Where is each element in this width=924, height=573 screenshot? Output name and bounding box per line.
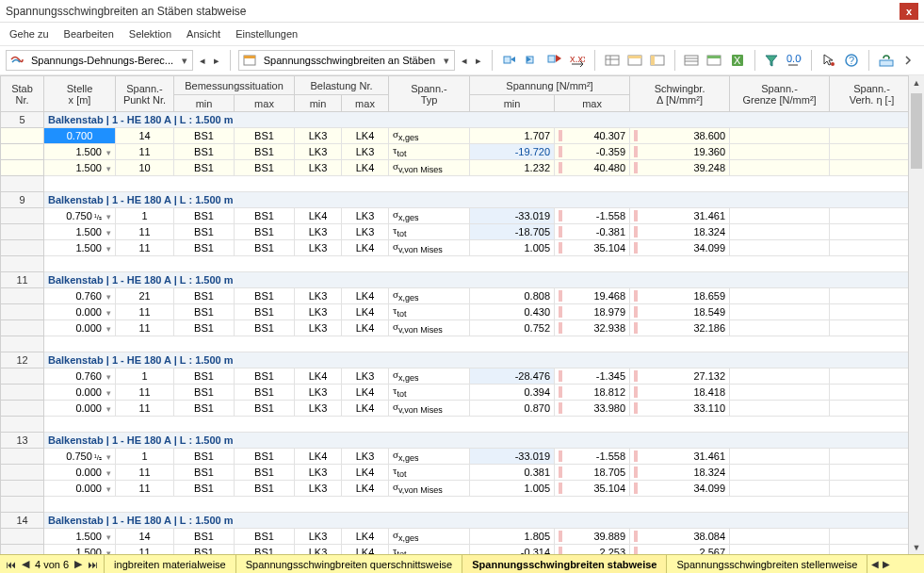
cell-stelle[interactable]: 0.000 ▾: [44, 465, 116, 481]
cell-typ[interactable]: σx,ges: [389, 368, 470, 385]
cell-lkmax[interactable]: LK3: [342, 224, 389, 240]
cell-gr[interactable]: [730, 144, 830, 160]
cell-spkt[interactable]: 11: [116, 385, 174, 401]
cell-gr[interactable]: [730, 545, 830, 555]
help-button[interactable]: ?: [842, 50, 861, 71]
cell-typ[interactable]: σx,ges: [389, 529, 470, 545]
cell-smax[interactable]: 39.889: [555, 529, 630, 545]
cell-smax[interactable]: 32.938: [555, 320, 630, 336]
cell-bsmax[interactable]: BS1: [235, 304, 295, 320]
col-bem[interactable]: Bemessungssituation: [174, 76, 295, 95]
table-row[interactable]: 0.000 ▾11BS1BS1LK3LK4σv,von Mises1.00535…: [1, 481, 909, 497]
tool-btn-7[interactable]: [648, 50, 667, 71]
cell-stelle[interactable]: 0.750 ¹/₂ ▾: [44, 208, 116, 224]
cell-vh[interactable]: [830, 465, 908, 481]
table-row[interactable]: 0.000 ▾11BS1BS1LK3LK4σv,von Mises0.75232…: [1, 320, 909, 336]
cell-spkt[interactable]: 11: [116, 224, 174, 240]
tool-btn-5[interactable]: [603, 50, 622, 71]
cell-bsmax[interactable]: BS1: [235, 529, 295, 545]
chevron-down-icon[interactable]: ▾: [177, 55, 192, 67]
table-row[interactable]: 1.500 ▾14BS1BS1LK3LK4σx,ges1.80539.88938…: [1, 529, 909, 545]
tool-btn-1[interactable]: [500, 50, 519, 71]
cell-smin[interactable]: -33.019: [470, 449, 555, 465]
cell-stelle[interactable]: 0.000 ▾: [44, 401, 116, 417]
tool-btn-4[interactable]: x.xx: [568, 50, 587, 71]
scroll-up-icon[interactable]: ▲: [909, 75, 924, 90]
cell-sw[interactable]: 18.549: [630, 304, 730, 320]
cell-sw[interactable]: 38.600: [630, 128, 730, 144]
cell-bsmin[interactable]: BS1: [174, 385, 235, 401]
table-row[interactable]: 0.760 ▾21BS1BS1LK3LK4σx,ges0.80819.46818…: [1, 288, 909, 304]
cell-smax[interactable]: 40.480: [555, 160, 630, 176]
cell-lkmax[interactable]: LK4: [342, 465, 389, 481]
table-row[interactable]: 0.000 ▾11BS1BS1LK3LK4σv,von Mises0.87033…: [1, 401, 909, 417]
tool-btn-6[interactable]: [625, 50, 644, 71]
cell-typ[interactable]: σv,von Mises: [389, 160, 470, 176]
cell-bsmin[interactable]: BS1: [174, 160, 235, 176]
cell-sw[interactable]: 34.099: [630, 481, 730, 497]
cell-gr[interactable]: [730, 224, 830, 240]
cell-bsmax[interactable]: BS1: [235, 144, 295, 160]
cell-lkmin[interactable]: LK4: [295, 449, 342, 465]
cell-lkmin[interactable]: LK3: [295, 481, 342, 497]
pager-prev-icon[interactable]: ◀: [22, 558, 29, 570]
decimals-button[interactable]: 0.00: [785, 50, 803, 71]
cell-gr[interactable]: [730, 465, 830, 481]
cell-vh[interactable]: [830, 368, 908, 385]
cell-typ[interactable]: σv,von Mises: [389, 320, 470, 336]
cell-spkt[interactable]: 11: [116, 401, 174, 417]
cell-smax[interactable]: 35.104: [555, 481, 630, 497]
pointer-button[interactable]: [819, 50, 838, 71]
cell-smax[interactable]: 18.979: [555, 304, 630, 320]
cell-typ[interactable]: σx,ges: [389, 208, 470, 224]
cell-bsmax[interactable]: BS1: [235, 385, 295, 401]
cell-vh[interactable]: [830, 449, 908, 465]
cell-stelle[interactable]: 0.760 ▾: [44, 368, 116, 385]
cell-spkt[interactable]: 1: [116, 449, 174, 465]
cell-gr[interactable]: [730, 368, 830, 385]
cell-smin[interactable]: 0.870: [470, 401, 555, 417]
cell-sw[interactable]: 2.567: [630, 545, 730, 555]
hscroll-left-icon[interactable]: ◀: [871, 559, 879, 569]
nav-prev-table[interactable]: ◂: [459, 50, 469, 71]
cell-smin[interactable]: -19.720: [470, 144, 555, 160]
cell-bsmin[interactable]: BS1: [174, 320, 235, 336]
cell-lkmin[interactable]: LK3: [295, 240, 342, 256]
module-selector[interactable]: Spannungs-Dehnungs-Berec... ▾: [6, 50, 193, 71]
cell-sw[interactable]: 39.248: [630, 160, 730, 176]
col-lmin[interactable]: min: [295, 95, 342, 112]
sync-button[interactable]: [877, 50, 896, 71]
cell-smax[interactable]: -1.345: [555, 368, 630, 385]
tool-btn-2[interactable]: [523, 50, 542, 71]
table-row[interactable]: 0.760 ▾1BS1BS1LK4LK3σx,ges-28.476-1.3452…: [1, 368, 909, 385]
pager-first-icon[interactable]: ⏮: [6, 559, 16, 570]
cell-typ[interactable]: τtot: [389, 224, 470, 240]
menu-geh-zu[interactable]: Gehe zu: [9, 28, 49, 40]
table-row[interactable]: 0.750 ¹/₂ ▾1BS1BS1LK4LK3σx,ges-33.019-1.…: [1, 449, 909, 465]
cell-lkmax[interactable]: LK3: [342, 208, 389, 224]
cell-lkmin[interactable]: LK3: [295, 144, 342, 160]
cell-bsmin[interactable]: BS1: [174, 224, 235, 240]
menu-ansicht[interactable]: Ansicht: [186, 28, 220, 40]
nav-prev-module[interactable]: ◂: [197, 50, 207, 71]
cell-lkmin[interactable]: LK3: [295, 224, 342, 240]
sheet-tab[interactable]: Spannungsschwingbreiten stellenweise: [667, 555, 867, 573]
vertical-scrollbar[interactable]: ▲ ▼: [908, 75, 924, 554]
cell-smax[interactable]: -0.359: [555, 144, 630, 160]
col-stab[interactable]: StabNr.: [1, 76, 44, 112]
tool-btn-10[interactable]: X: [728, 50, 747, 71]
table-row[interactable]: 1.500 ▾11BS1BS1LK3LK3τtot-18.705-0.38118…: [1, 224, 909, 240]
cell-lkmin[interactable]: LK3: [295, 401, 342, 417]
cell-smax[interactable]: -1.558: [555, 208, 630, 224]
cell-lkmax[interactable]: LK4: [342, 128, 389, 144]
pager-last-icon[interactable]: ⏭: [88, 559, 98, 570]
cell-bsmin[interactable]: BS1: [174, 368, 235, 385]
cell-smax[interactable]: 33.980: [555, 401, 630, 417]
cell-bsmax[interactable]: BS1: [235, 368, 295, 385]
cell-lkmax[interactable]: LK4: [342, 160, 389, 176]
cell-lkmin[interactable]: LK3: [295, 160, 342, 176]
cell-vh[interactable]: [830, 529, 908, 545]
filter-button[interactable]: [762, 50, 781, 71]
cell-smin[interactable]: 0.752: [470, 320, 555, 336]
scroll-down-icon[interactable]: ▼: [909, 540, 924, 554]
